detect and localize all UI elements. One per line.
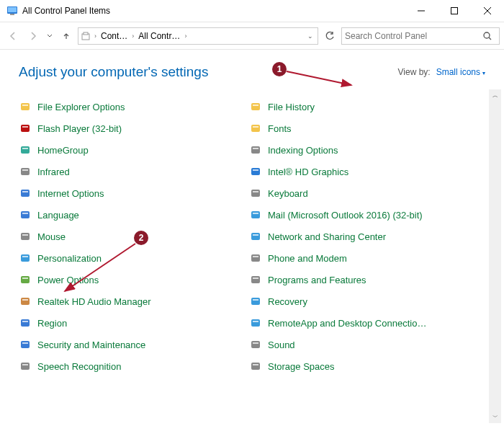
- svg-point-9: [484, 32, 490, 38]
- breadcrumb-control-panel[interactable]: Cont…: [99, 31, 129, 41]
- item-language[interactable]: Language: [19, 208, 242, 221]
- svg-rect-20: [22, 148, 28, 149]
- searchbox[interactable]: [341, 27, 500, 45]
- item-label: Programs and Features: [268, 275, 366, 285]
- item-network-sharing[interactable]: Network and Sharing Center: [249, 230, 472, 243]
- svg-rect-22: [253, 148, 258, 149]
- toolbar: › Cont… › All Contr… › ⌄: [0, 22, 504, 50]
- history-dropdown[interactable]: [45, 27, 55, 45]
- item-label: Phone and Modem: [268, 253, 347, 264]
- svg-rect-55: [21, 341, 30, 348]
- svg-rect-33: [251, 211, 260, 218]
- svg-line-10: [489, 37, 491, 40]
- svg-rect-37: [251, 233, 260, 240]
- item-file-history[interactable]: File History: [249, 100, 472, 113]
- svg-rect-11: [21, 103, 30, 110]
- item-label: Intel® HD Graphics: [268, 167, 348, 177]
- svg-rect-29: [251, 190, 260, 197]
- item-recovery[interactable]: Recovery: [249, 295, 472, 308]
- globe-icon: [19, 187, 32, 200]
- svg-rect-13: [251, 103, 260, 110]
- item-speech-recognition[interactable]: Speech Recognition: [19, 360, 242, 373]
- speaker-icon: [19, 295, 32, 308]
- item-keyboard[interactable]: Keyboard: [249, 187, 472, 200]
- item-label: Power Options: [37, 275, 99, 285]
- recovery-icon: [249, 295, 262, 308]
- svg-rect-59: [21, 363, 30, 370]
- item-file-explorer-options[interactable]: File Explorer Options: [19, 100, 242, 113]
- item-indexing-options[interactable]: Indexing Options: [249, 143, 472, 156]
- search-icon[interactable]: [479, 27, 496, 45]
- svg-rect-56: [22, 342, 28, 344]
- breadcrumb-all-items[interactable]: All Contr…: [137, 31, 181, 41]
- svg-rect-12: [22, 105, 28, 106]
- minimize-button[interactable]: [405, 0, 438, 22]
- item-personalization[interactable]: Personalization: [19, 252, 242, 265]
- addressbar[interactable]: › Cont… › All Contr… › ⌄: [78, 27, 318, 45]
- search-input[interactable]: [345, 31, 479, 41]
- annotation-badge-2: 2: [134, 231, 148, 245]
- svg-rect-50: [253, 299, 258, 301]
- item-realtek-hd-audio[interactable]: Realtek HD Audio Manager: [19, 295, 242, 308]
- svg-rect-60: [22, 364, 28, 365]
- item-mouse[interactable]: Mouse: [19, 230, 242, 243]
- svg-rect-26: [253, 169, 258, 171]
- item-remoteapp[interactable]: RemoteApp and Desktop Connectio…: [249, 316, 472, 329]
- item-label: Region: [37, 318, 67, 329]
- svg-rect-17: [251, 125, 260, 132]
- item-flash-player[interactable]: Flash Player (32-bit): [19, 122, 242, 135]
- item-storage-spaces[interactable]: Storage Spaces: [249, 360, 472, 373]
- item-label: Storage Spaces: [268, 361, 335, 372]
- svg-rect-35: [21, 233, 30, 240]
- flash-icon: [19, 122, 32, 135]
- forward-button[interactable]: [24, 27, 42, 45]
- item-phone-modem[interactable]: Phone and Modem: [249, 252, 472, 265]
- svg-rect-48: [22, 299, 28, 301]
- mail-icon: [249, 208, 262, 221]
- svg-rect-15: [21, 125, 30, 132]
- item-label: Indexing Options: [268, 145, 338, 156]
- svg-rect-41: [251, 254, 260, 262]
- svg-rect-25: [251, 168, 260, 175]
- item-intel-hd-graphics[interactable]: Intel® HD Graphics: [249, 165, 472, 178]
- item-homegroup[interactable]: HomeGroup: [19, 143, 242, 156]
- history-icon: [249, 100, 262, 113]
- item-region[interactable]: Region: [19, 316, 242, 329]
- maximize-button[interactable]: [438, 0, 471, 22]
- svg-rect-39: [21, 254, 30, 262]
- svg-rect-1: [8, 7, 17, 12]
- refresh-button[interactable]: [321, 27, 338, 45]
- item-infrared[interactable]: Infrared: [19, 165, 242, 178]
- item-power-options[interactable]: Power Options: [19, 273, 242, 286]
- mic-icon: [19, 360, 32, 373]
- svg-rect-52: [22, 321, 28, 322]
- svg-rect-31: [21, 211, 30, 218]
- item-label: Infrared: [37, 167, 70, 177]
- item-label: Mouse: [37, 231, 66, 242]
- back-button[interactable]: [4, 27, 22, 45]
- addressbar-dropdown[interactable]: ⌄: [305, 32, 316, 40]
- item-label: Fonts: [268, 123, 292, 134]
- item-internet-options[interactable]: Internet Options: [19, 187, 242, 200]
- item-mail[interactable]: Mail (Microsoft Outlook 2016) (32-bit): [249, 208, 472, 221]
- item-security-maintenance[interactable]: Security and Maintenance: [19, 338, 242, 351]
- scroll-down-arrow[interactable]: ﹀: [489, 411, 501, 423]
- item-sound[interactable]: Sound: [249, 338, 472, 351]
- annotation-badge-1: 1: [272, 62, 287, 76]
- vertical-scrollbar[interactable]: ︿ ﹀: [489, 89, 501, 423]
- folder-icon: [19, 100, 32, 113]
- item-programs-features[interactable]: Programs and Features: [249, 273, 472, 286]
- svg-rect-42: [253, 256, 258, 257]
- svg-rect-47: [21, 298, 30, 305]
- item-label: Speech Recognition: [37, 361, 121, 372]
- scroll-up-arrow[interactable]: ︿: [489, 89, 501, 102]
- item-label: Mail (Microsoft Outlook 2016) (32-bit): [268, 210, 423, 221]
- view-by-value[interactable]: Small icons▾: [436, 67, 485, 77]
- network-icon: [249, 230, 262, 243]
- close-button[interactable]: [471, 0, 504, 22]
- up-button[interactable]: [58, 27, 75, 45]
- svg-rect-23: [21, 168, 30, 175]
- item-label: File Explorer Options: [37, 102, 125, 112]
- item-fonts[interactable]: Fonts: [249, 122, 472, 135]
- svg-rect-32: [22, 213, 28, 214]
